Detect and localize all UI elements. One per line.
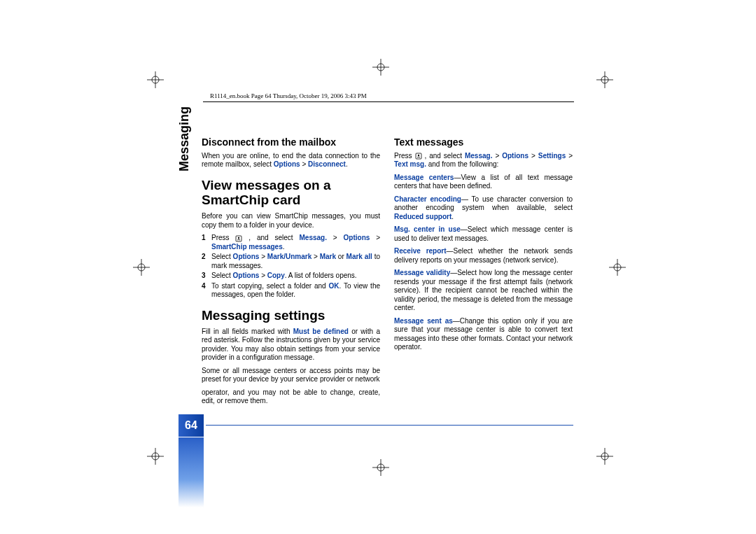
menu-key-icon [415, 153, 422, 160]
ui-term: Text msg. [394, 160, 426, 168]
text: Fill in all fields marked with [202, 328, 293, 335]
crop-mark-icon [133, 259, 150, 276]
ui-term: Messag. [299, 234, 326, 241]
text: . A list of folders opens. [285, 272, 357, 279]
ui-term: Options [233, 253, 260, 260]
text: > [259, 253, 267, 260]
steps-list: 1Press , and select Messag. > Options > … [202, 234, 380, 300]
text: > [300, 160, 308, 168]
heading-messaging-settings: Messaging settings [202, 308, 380, 323]
book-header: R1114_en.book Page 64 Thursday, October … [210, 92, 367, 99]
text: and from the following: [426, 160, 498, 168]
heading-text-messages: Text messages [394, 136, 573, 149]
text: > [259, 272, 267, 279]
crop-mark-icon [372, 59, 389, 76]
ui-term: Mark [320, 253, 336, 260]
ui-term: Message validity [394, 269, 450, 276]
heading-view-smartchip: View messages on a SmartChip card [202, 178, 380, 209]
step-3: 3Select Options > Copy. A list of folder… [211, 272, 380, 281]
crop-mark-icon [147, 448, 164, 465]
footer-rule [206, 425, 573, 426]
ui-term: Settings [538, 152, 566, 160]
text: > [492, 152, 502, 160]
ui-term: Copy [267, 272, 285, 279]
para-msg-sent-as: Message sent as—Change this option only … [394, 317, 573, 352]
text: Select [211, 272, 233, 279]
text: Select [211, 253, 233, 260]
para-disconnect: When you are online, to end the data con… [202, 152, 380, 169]
svg-point-1 [238, 237, 239, 238]
ui-term: Reduced support [394, 213, 451, 220]
text: > [370, 234, 380, 241]
ui-term: Must be defined [293, 328, 349, 335]
header-rule [203, 101, 574, 102]
svg-point-3 [417, 155, 419, 156]
text: Press [211, 234, 235, 241]
para-message-centers: Message centers—View a list of all text … [394, 174, 573, 191]
text: > [566, 152, 573, 160]
crop-mark-icon [609, 259, 626, 276]
crop-mark-icon [372, 459, 389, 476]
side-tab-messaging: Messaging [177, 106, 192, 171]
para-view: Before you can view SmartChip messages, … [202, 212, 380, 230]
ui-term: Mark all [346, 253, 372, 260]
para-text-press: Press , and select Messag. > Options > S… [394, 152, 573, 169]
para-operator: operator, and you may not be able to cha… [202, 388, 380, 406]
text: , and select [242, 234, 299, 241]
ui-term: Msg. center in use [394, 225, 461, 233]
crop-mark-icon [596, 448, 613, 465]
crop-mark-icon [147, 71, 164, 88]
step-1: 1Press , and select Messag. > Options > … [211, 234, 380, 251]
text: or [336, 253, 346, 260]
para-settings-1: Fill in all fields marked with Must be d… [202, 328, 380, 363]
text: > [327, 234, 344, 241]
para-char-encoding: Character encoding— To use character con… [394, 195, 573, 222]
text: > [528, 152, 538, 160]
para-settings-2: Some or all message centers or access po… [202, 367, 380, 384]
page-content: Disconnect from the mailbox When you are… [202, 136, 573, 409]
para-msg-center-use: Msg. center in use—Select which message … [394, 225, 573, 243]
ui-term: Message sent as [394, 317, 453, 325]
page-number: 64 [178, 414, 204, 437]
side-stripe [178, 437, 204, 507]
ui-term: Message centers [394, 174, 454, 181]
ui-term: SmartChip messages [211, 243, 283, 251]
menu-key-icon [235, 235, 242, 242]
para-receive-report: Receive report—Select whether the networ… [394, 247, 573, 265]
step-2: 2Select Options > Mark/Unmark > Mark or … [211, 253, 380, 270]
text: > [312, 253, 319, 260]
step-4: 4To start copying, select a folder and O… [211, 282, 380, 300]
para-msg-validity: Message validity—Select how long the mes… [394, 269, 573, 313]
text: Press [394, 152, 415, 160]
ui-term: Options [502, 152, 528, 160]
text: To start copying, select a folder and [211, 282, 328, 290]
ui-term: OK [328, 282, 339, 290]
ui-term: Messag. [465, 152, 492, 160]
ui-term: Mark/Unmark [267, 253, 312, 260]
heading-disconnect: Disconnect from the mailbox [202, 136, 380, 149]
ui-term: Options [233, 272, 260, 279]
text: , and select [422, 152, 465, 160]
ui-term: Receive report [394, 247, 447, 255]
ui-term: Options [344, 234, 370, 241]
crop-mark-icon [596, 71, 613, 88]
ui-term: Options [274, 160, 300, 168]
ui-term: Disconnect [308, 160, 346, 168]
ui-term: Character encoding [394, 195, 461, 203]
